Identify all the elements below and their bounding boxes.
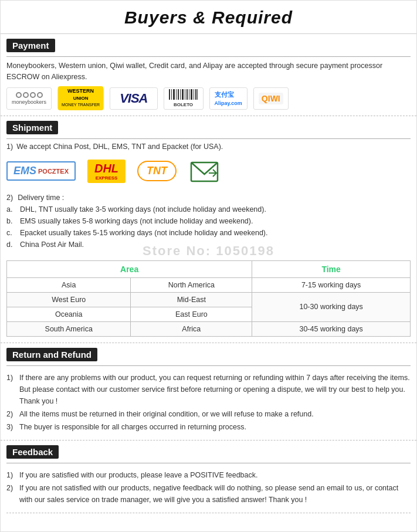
table-cell-north-america: North America: [131, 277, 252, 292]
logo-moneybookers: moneybookers: [6, 87, 52, 110]
svg-rect-11: [194, 89, 194, 100]
delivery-text-d: China Post Air Mail.: [20, 239, 84, 250]
svg-rect-9: [189, 89, 189, 100]
logo-visa: VISA: [110, 87, 157, 110]
svg-rect-1: [171, 89, 172, 100]
svg-rect-3: [176, 89, 177, 100]
circle3: [30, 92, 36, 98]
chinapost-icon: [188, 157, 221, 186]
table-cell-west-euro: West Euro: [7, 292, 131, 307]
return-item-1: 1) If there are any problems with our pr…: [6, 372, 411, 407]
table-cell-africa: Africa: [131, 321, 252, 336]
table-header-area: Area: [7, 260, 252, 277]
payment-divider: [6, 56, 411, 57]
feedback-list: 1) If you are satisfied with our product…: [6, 469, 411, 506]
svg-rect-2: [173, 89, 175, 100]
shipment-header: Shipment: [6, 121, 58, 134]
logo-qiwi: QIWI: [253, 87, 289, 110]
delivery-text-b: EMS usually takes 5-8 working days (not …: [20, 215, 253, 227]
delivery-item-b: b. EMS usually takes 5-8 working days (n…: [6, 215, 411, 227]
bottom-divider: [6, 513, 411, 513]
return-text-1: If there are any problems with our produ…: [19, 372, 411, 407]
table-cell-east-euro: East Euro: [131, 307, 252, 321]
payment-section: Payment Moneybookers, Western union, Qiw…: [1, 34, 416, 116]
barcode-icon: [169, 89, 198, 102]
return-item-3: 3) The buyer is responsible for all char…: [6, 421, 411, 433]
carrier-ems: EMS POCZTEX: [6, 161, 76, 181]
feedback-section: Feedback 1) If you are satisfied with ou…: [1, 440, 416, 513]
payment-text: Moneybookers, Western union, Qiwi wallet…: [6, 60, 411, 83]
svg-rect-13: [197, 89, 198, 100]
table-cell-time4: 30-45 working days: [252, 321, 411, 336]
table-cell-oceania: Oceania: [7, 307, 131, 321]
circle1: [16, 92, 22, 98]
delivery-header-text: 2): [6, 192, 13, 204]
shipment-divider: [6, 138, 411, 139]
dhl-express-label: EXPRESS: [96, 175, 118, 181]
svg-rect-8: [187, 89, 188, 100]
table-cell-south-america: South America: [7, 321, 131, 336]
delivery-header: 2) Delivery time :: [6, 192, 411, 204]
delivery-label-d: d.: [6, 239, 15, 250]
carrier-tnt: TNT: [137, 161, 177, 181]
payment-logos: moneybookers WESTERN UNION MONEY TRANSFE…: [6, 87, 411, 110]
table-cell-asia: Asia: [7, 277, 131, 292]
delivery-item-a: a. DHL, TNT usually take 3-5 working day…: [6, 204, 411, 215]
page-title: Buyers & Required: [1, 1, 416, 34]
table-cell-mid-east: Mid-East: [131, 292, 252, 307]
wu-label2: UNION: [73, 96, 89, 101]
wu-label1: WESTERN: [67, 88, 94, 94]
return-divider: [6, 365, 411, 366]
feedback-item-2: 2) If you are not satisfied with our pro…: [6, 482, 411, 506]
boleto-label: BOLETO: [174, 102, 193, 107]
carrier-chinapost: [188, 157, 221, 186]
delivery-header-label: Delivery time :: [18, 192, 64, 204]
svg-rect-10: [191, 89, 192, 100]
carrier-dhl: DHL EXPRESS: [87, 160, 126, 183]
return-header: Return and Refund: [6, 348, 97, 361]
qiwi-label: QIWI: [259, 93, 283, 104]
alipay-label: 支付宝Alipay.com: [215, 90, 242, 106]
return-text-3: The buyer is responsible for all charges…: [19, 421, 246, 433]
wu-label3: MONEY TRANSFER: [62, 103, 100, 107]
feedback-header: Feedback: [6, 445, 59, 459]
moneybookers-label: moneybookers: [12, 99, 46, 105]
feedback-divider: [6, 463, 411, 463]
pocztex-label: POCZTEX: [38, 168, 69, 175]
table-header-time: Time: [252, 260, 411, 277]
logo-boleto: BOLETO: [164, 87, 204, 110]
logo-alipay: 支付宝Alipay.com: [209, 87, 248, 110]
delivery-item-d: d. China Post Air Mail.: [6, 239, 411, 250]
return-text-2: All the items must be returned in their …: [19, 408, 314, 420]
svg-rect-5: [180, 89, 181, 100]
delivery-list: 2) Delivery time : a. DHL, TNT usually t…: [6, 192, 411, 250]
return-list: 1) If there are any problems with our pr…: [6, 372, 411, 433]
return-num-3: 3): [6, 421, 16, 433]
feedback-num-2: 2): [6, 482, 16, 506]
delivery-item-c: c. Epacket usually takes 5-15 working da…: [6, 227, 411, 239]
dhl-label: DHL: [94, 162, 118, 175]
feedback-num-1: 1): [6, 469, 16, 481]
circle4: [37, 92, 43, 98]
return-item-2: 2) All the items must be returned in the…: [6, 408, 411, 420]
delivery-text-a: DHL, TNT usually take 3-5 working days (…: [20, 204, 266, 215]
shipment-intro: 1) We accept China Post, DHL, EMS, TNT a…: [6, 143, 411, 151]
svg-rect-6: [182, 89, 184, 100]
delivery-label-c: c.: [6, 227, 15, 239]
return-section: Return and Refund 1) If there are any pr…: [1, 343, 416, 440]
shipment-intro-num: 1): [6, 143, 13, 151]
tnt-label: TNT: [147, 165, 167, 177]
ems-label: EMS: [13, 165, 36, 177]
svg-rect-4: [178, 89, 179, 100]
shipment-carriers: EMS POCZTEX DHL EXPRESS TNT: [6, 157, 411, 186]
delivery-text-c: Epacket usually takes 5-15 working days …: [20, 227, 267, 239]
feedback-text-1: If you are satisfied with our products, …: [19, 469, 257, 481]
table-cell-time2: 10-30 working days: [252, 292, 411, 321]
return-num-2: 2): [6, 408, 16, 420]
feedback-item-1: 1) If you are satisfied with our product…: [6, 469, 411, 481]
delivery-label-b: b.: [6, 215, 15, 227]
table-row: West Euro Mid-East 10-30 working days: [7, 292, 411, 307]
page-wrapper: Buyers & Required Payment Moneybookers, …: [0, 0, 417, 532]
table-row: South America Africa 30-45 working days: [7, 321, 411, 336]
svg-rect-0: [169, 89, 170, 100]
